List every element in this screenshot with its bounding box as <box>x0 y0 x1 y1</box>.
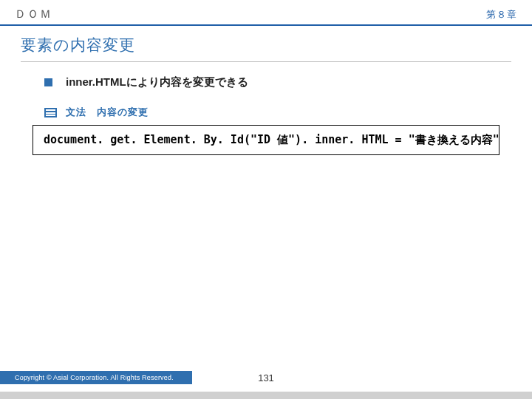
page-number: 131 <box>258 372 274 383</box>
slide: ＤＯＭ 第８章 要素の内容変更 inner.HTMLにより内容を変更できる 文法… <box>0 0 532 392</box>
syntax-row: 文法 内容の変更 <box>0 89 532 119</box>
bottom-strip <box>0 392 532 399</box>
section-title: 要素の内容変更 <box>21 35 511 62</box>
section-title-wrap: 要素の内容変更 <box>0 26 532 68</box>
syntax-label: 文法 内容の変更 <box>66 106 149 119</box>
code-box-wrap: document. get. Element. By. Id("ID 値"). … <box>0 119 532 155</box>
square-bullet-icon <box>44 78 52 86</box>
bullet-row: inner.HTMLにより内容を変更できる <box>0 68 532 89</box>
copyright-text: Copyright © Asial Corporation. All Right… <box>0 371 192 384</box>
slide-header: ＤＯＭ 第８章 <box>0 0 532 26</box>
slide-footer: Copyright © Asial Corporation. All Right… <box>0 371 532 384</box>
bullet-text: inner.HTMLにより内容を変更できる <box>66 75 248 89</box>
syntax-box-icon <box>44 108 57 117</box>
code-example: document. get. Element. By. Id("ID 値"). … <box>33 125 499 155</box>
header-chapter: 第８章 <box>486 8 517 21</box>
header-topic: ＤＯＭ <box>15 7 52 21</box>
